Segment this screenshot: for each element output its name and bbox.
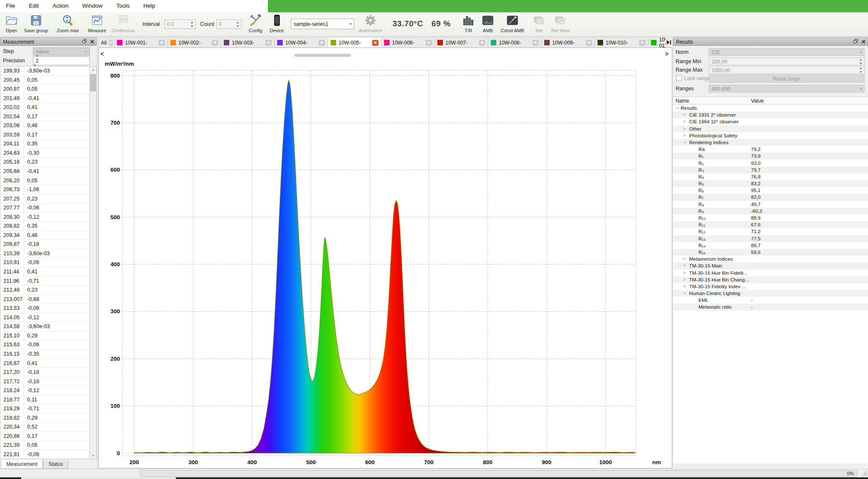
chevron-collapsed-icon[interactable]: > bbox=[682, 283, 687, 290]
device-button[interactable]: Device bbox=[267, 14, 287, 33]
tree-row[interactable]: R₁₂71,2 bbox=[673, 228, 868, 235]
tab-close-icon[interactable]: ✕ bbox=[265, 40, 272, 46]
chart-scroll-left-icon[interactable]: < bbox=[100, 50, 106, 58]
tree-row[interactable]: R₇82,0 bbox=[673, 194, 868, 201]
tree-row[interactable]: R₂93,0 bbox=[673, 160, 868, 167]
tree-row[interactable]: R₁₄86,7 bbox=[673, 242, 868, 249]
resize-grip-icon[interactable] bbox=[862, 471, 867, 476]
table-row[interactable]: 205,68-0,41 bbox=[0, 167, 89, 176]
tree-row[interactable]: >Results bbox=[673, 105, 868, 111]
tree-row[interactable]: >Other bbox=[673, 125, 868, 132]
table-row[interactable]: 221,390,05 bbox=[0, 441, 89, 450]
table-row[interactable]: 200,970,05 bbox=[0, 85, 89, 94]
menu-help[interactable]: Help bbox=[137, 0, 161, 9]
name-column-header[interactable]: Name bbox=[676, 98, 689, 104]
float-panel-icon[interactable] bbox=[854, 39, 858, 45]
tab-10w-001[interactable]: 10W-001-✕ bbox=[114, 37, 168, 47]
tree-row[interactable]: R₁₁67,6 bbox=[673, 221, 868, 228]
table-row[interactable]: 210,39-3,60e-03 bbox=[0, 249, 89, 259]
measure-button[interactable]: Measure bbox=[86, 14, 108, 33]
tab-overflow-arrow-icon[interactable] bbox=[665, 37, 672, 47]
tree-row[interactable]: Ra79,2 bbox=[673, 146, 868, 153]
menu-edit[interactable]: Edit bbox=[23, 0, 45, 9]
table-row[interactable]: 213,007-0,88 bbox=[0, 295, 89, 304]
chevron-collapsed-icon[interactable]: > bbox=[682, 118, 687, 125]
tab-close-icon[interactable]: ✕ bbox=[479, 40, 485, 46]
tree-row[interactable]: >Photobiological Safety bbox=[673, 132, 868, 139]
chevron-expanded-icon[interactable]: > bbox=[681, 140, 688, 145]
interval-input[interactable]: 0,0 bbox=[164, 19, 196, 29]
const-amb-button[interactable]: Const AMB bbox=[499, 14, 526, 33]
chevron-collapsed-icon[interactable]: > bbox=[682, 262, 687, 269]
count-input[interactable]: 0 bbox=[216, 19, 242, 29]
tree-row[interactable]: R₁₅59,6 bbox=[673, 249, 868, 256]
table-row[interactable]: 219,820,29 bbox=[0, 414, 89, 423]
tree-row[interactable]: R₅83,2 bbox=[673, 180, 868, 187]
tree-row[interactable]: R₆95,1 bbox=[673, 187, 868, 194]
tab-status[interactable]: Status bbox=[43, 460, 68, 469]
tab-close-icon[interactable]: ✕ bbox=[109, 40, 112, 46]
tree-row[interactable]: R₉-60,3 bbox=[673, 208, 868, 214]
tree-row[interactable]: >TM-30-15 Main bbox=[673, 262, 868, 269]
table-row[interactable]: 216,15-0,35 bbox=[0, 350, 89, 359]
range-min-spinner[interactable] bbox=[858, 58, 863, 65]
table-row[interactable]: 208,30-0,12 bbox=[0, 213, 89, 222]
chart-scrollbar-thumb[interactable] bbox=[295, 54, 351, 57]
tree-row[interactable]: EML- bbox=[673, 297, 868, 304]
amb-button[interactable]: AMB bbox=[478, 14, 498, 33]
table-row[interactable]: 207,77-0,06 bbox=[0, 203, 89, 213]
table-row[interactable]: 206,73-1,06 bbox=[0, 185, 89, 195]
table-row[interactable]: 211,440,41 bbox=[0, 267, 89, 277]
tab-close-icon[interactable]: ✕ bbox=[586, 40, 592, 46]
tree-row[interactable]: >Rendering Indices bbox=[673, 139, 868, 146]
tab-10w-005[interactable]: 10W-005-✕ bbox=[328, 37, 381, 47]
chevron-collapsed-icon[interactable]: > bbox=[682, 125, 687, 132]
tab-10w-009[interactable]: 10W-009-✕ bbox=[542, 37, 595, 47]
chevron-expanded-icon[interactable]: > bbox=[681, 291, 688, 295]
tab-close-icon[interactable]: ✕ bbox=[532, 40, 539, 46]
table-row[interactable]: 203,060,46 bbox=[0, 121, 89, 131]
save-group-button[interactable]: Save group bbox=[22, 14, 50, 33]
table-row[interactable]: 217,72-0,18 bbox=[0, 377, 89, 387]
tree-row[interactable]: >CIE 1931 2° observer bbox=[673, 111, 868, 118]
tree-row[interactable]: R₁₃77,5 bbox=[673, 235, 868, 242]
menu-action[interactable]: Action bbox=[47, 0, 75, 9]
table-row[interactable]: 215,63-0,06 bbox=[0, 340, 89, 350]
tab-all[interactable]: All✕ bbox=[98, 37, 114, 47]
table-row[interactable]: 220,340,52 bbox=[0, 423, 89, 432]
tree-row[interactable]: R₁73,9 bbox=[673, 153, 868, 159]
tree-row[interactable]: >TM-30-15 Hue Bin Chang... bbox=[673, 276, 868, 283]
tree-row[interactable]: R₄76,8 bbox=[673, 173, 868, 180]
tab-close-icon[interactable]: ✕ bbox=[159, 40, 165, 46]
chevron-collapsed-icon[interactable]: > bbox=[682, 256, 687, 262]
tab-close-icon[interactable]: ✕ bbox=[372, 40, 378, 46]
table-row[interactable]: 200,450,05 bbox=[0, 76, 89, 85]
chevron-collapsed-icon[interactable]: > bbox=[682, 111, 687, 118]
scroll-down-icon[interactable] bbox=[90, 452, 96, 459]
table-row[interactable]: 211,96-0,71 bbox=[0, 277, 89, 286]
tree-row[interactable]: Melanopic ratio- bbox=[673, 304, 868, 310]
tree-row[interactable]: R₁₀88,9 bbox=[673, 214, 868, 221]
table-row[interactable]: 221,91-0,06 bbox=[0, 450, 89, 459]
menu-file[interactable]: File bbox=[0, 0, 21, 9]
scroll-up-icon[interactable] bbox=[90, 67, 96, 73]
table-row[interactable]: 205,160,23 bbox=[0, 158, 89, 167]
tree-row[interactable]: >TM-30-15 Fidelity Index ... bbox=[673, 283, 868, 290]
zoom-max-button[interactable]: Zoom max bbox=[54, 14, 81, 33]
scrollbar-thumb[interactable] bbox=[90, 74, 96, 91]
tab-10w-006[interactable]: 10W-006-✕ bbox=[381, 37, 435, 47]
table-row[interactable]: 212,480,23 bbox=[0, 286, 89, 295]
tab-10w-003[interactable]: 10W-003-✕ bbox=[221, 37, 275, 47]
float-panel-icon[interactable] bbox=[82, 39, 87, 45]
tree-row[interactable]: >Human Centric Lighting bbox=[673, 290, 868, 297]
table-row[interactable]: 216,670,41 bbox=[0, 359, 89, 368]
tab-10w-004[interactable]: 10W-004-✕ bbox=[275, 37, 328, 47]
chart-scroll-right-icon[interactable]: > bbox=[665, 50, 671, 58]
table-row[interactable]: 206,200,05 bbox=[0, 176, 89, 186]
table-row[interactable]: 220,860,17 bbox=[0, 432, 89, 441]
tree-row[interactable]: >Metamerism Indices bbox=[673, 256, 868, 262]
range-max-input[interactable]: 1050,00 bbox=[709, 66, 865, 74]
tree-row[interactable]: >CIE 1964 10° observer bbox=[673, 118, 868, 125]
table-row[interactable]: 204,110,35 bbox=[0, 139, 89, 149]
open-button[interactable]: Open bbox=[2, 14, 21, 33]
